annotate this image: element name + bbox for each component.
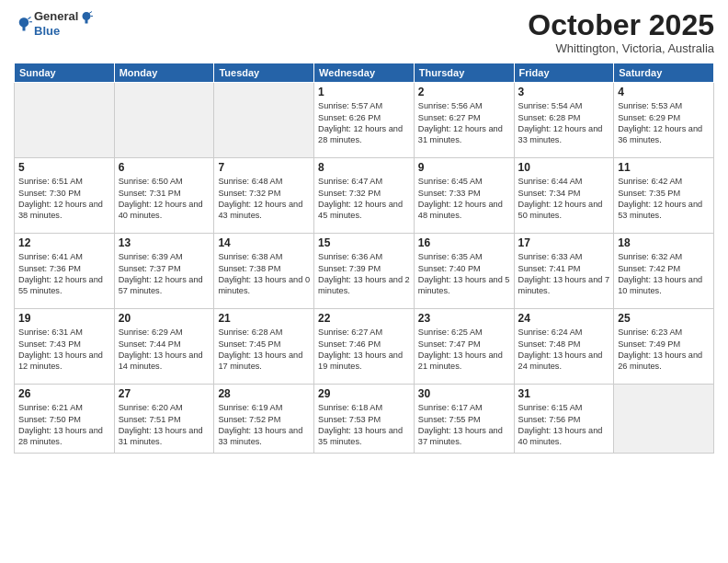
day-number: 30 <box>418 387 510 400</box>
day-number: 25 <box>618 312 710 325</box>
calendar-cell: 8Sunrise: 6:47 AM Sunset: 7:32 PM Daylig… <box>314 158 415 234</box>
calendar-cell: 17Sunrise: 6:33 AM Sunset: 7:41 PM Dayli… <box>514 234 614 309</box>
day-info: Sunrise: 6:31 AM Sunset: 7:43 PM Dayligh… <box>18 327 110 373</box>
day-number: 2 <box>418 86 510 98</box>
calendar-cell: 5Sunrise: 6:51 AM Sunset: 7:30 PM Daylig… <box>15 158 115 234</box>
day-number: 7 <box>218 161 310 174</box>
day-number: 19 <box>18 312 110 325</box>
day-info: Sunrise: 6:20 AM Sunset: 7:51 PM Dayligh… <box>119 402 210 448</box>
day-number: 8 <box>318 161 410 174</box>
day-info: Sunrise: 6:25 AM Sunset: 7:47 PM Dayligh… <box>418 327 510 373</box>
logo-icon <box>16 16 32 32</box>
calendar-cell: 11Sunrise: 6:42 AM Sunset: 7:35 PM Dayli… <box>614 158 714 234</box>
header: General Blue October 2025 Whittington, V… <box>14 9 714 55</box>
day-info: Sunrise: 6:45 AM Sunset: 7:33 PM Dayligh… <box>418 176 510 222</box>
calendar-cell: 29Sunrise: 6:18 AM Sunset: 7:53 PM Dayli… <box>314 385 415 454</box>
subtitle: Whittington, Victoria, Australia <box>528 41 714 55</box>
calendar-week-row: 26Sunrise: 6:21 AM Sunset: 7:50 PM Dayli… <box>15 385 714 454</box>
calendar-cell: 19Sunrise: 6:31 AM Sunset: 7:43 PM Dayli… <box>15 309 115 385</box>
day-number: 15 <box>318 236 410 249</box>
day-number: 10 <box>518 161 610 174</box>
day-number: 16 <box>418 236 510 249</box>
calendar-cell: 28Sunrise: 6:19 AM Sunset: 7:52 PM Dayli… <box>214 385 314 454</box>
month-title: October 2025 <box>528 9 714 41</box>
calendar-cell: 25Sunrise: 6:23 AM Sunset: 7:49 PM Dayli… <box>614 309 714 385</box>
day-number: 17 <box>518 236 610 249</box>
day-info: Sunrise: 6:27 AM Sunset: 7:46 PM Dayligh… <box>318 327 410 373</box>
day-info: Sunrise: 5:57 AM Sunset: 6:26 PM Dayligh… <box>318 100 410 146</box>
page: General Blue October 2025 Whittington, V… <box>0 0 728 563</box>
day-number: 9 <box>418 161 510 174</box>
calendar-header-saturday: Saturday <box>614 63 714 83</box>
day-number: 31 <box>518 387 610 400</box>
calendar-cell: 2Sunrise: 5:56 AM Sunset: 6:27 PM Daylig… <box>414 83 514 158</box>
day-info: Sunrise: 6:39 AM Sunset: 7:37 PM Dayligh… <box>119 251 210 297</box>
day-info: Sunrise: 6:36 AM Sunset: 7:39 PM Dayligh… <box>318 251 410 297</box>
calendar-cell <box>214 83 314 158</box>
day-info: Sunrise: 5:56 AM Sunset: 6:27 PM Dayligh… <box>418 100 510 146</box>
day-number: 28 <box>218 387 310 400</box>
day-info: Sunrise: 6:33 AM Sunset: 7:41 PM Dayligh… <box>518 251 610 297</box>
calendar-cell: 30Sunrise: 6:17 AM Sunset: 7:55 PM Dayli… <box>414 385 514 454</box>
calendar-cell: 27Sunrise: 6:20 AM Sunset: 7:51 PM Dayli… <box>114 385 214 454</box>
day-number: 27 <box>119 387 210 400</box>
calendar-cell: 6Sunrise: 6:50 AM Sunset: 7:31 PM Daylig… <box>114 158 214 234</box>
day-number: 5 <box>18 161 110 174</box>
day-info: Sunrise: 6:23 AM Sunset: 7:49 PM Dayligh… <box>618 327 710 373</box>
svg-line-1 <box>89 11 92 13</box>
calendar-cell <box>15 83 115 158</box>
calendar-week-row: 19Sunrise: 6:31 AM Sunset: 7:43 PM Dayli… <box>15 309 714 385</box>
day-info: Sunrise: 5:53 AM Sunset: 6:29 PM Dayligh… <box>618 100 710 146</box>
day-info: Sunrise: 6:48 AM Sunset: 7:32 PM Dayligh… <box>218 176 310 222</box>
calendar-cell <box>114 83 214 158</box>
logo: General Blue <box>14 9 93 38</box>
calendar-cell: 15Sunrise: 6:36 AM Sunset: 7:39 PM Dayli… <box>314 234 415 309</box>
calendar-header-monday: Monday <box>114 63 214 83</box>
calendar-cell: 14Sunrise: 6:38 AM Sunset: 7:38 PM Dayli… <box>214 234 314 309</box>
calendar-cell: 23Sunrise: 6:25 AM Sunset: 7:47 PM Dayli… <box>414 309 514 385</box>
calendar-cell: 20Sunrise: 6:29 AM Sunset: 7:44 PM Dayli… <box>114 309 214 385</box>
day-info: Sunrise: 6:38 AM Sunset: 7:38 PM Dayligh… <box>218 251 310 297</box>
calendar-cell: 26Sunrise: 6:21 AM Sunset: 7:50 PM Dayli… <box>15 385 115 454</box>
calendar-header-wednesday: Wednesday <box>314 63 415 83</box>
day-info: Sunrise: 6:50 AM Sunset: 7:31 PM Dayligh… <box>119 176 210 222</box>
day-number: 29 <box>318 387 410 400</box>
calendar-header-tuesday: Tuesday <box>214 63 314 83</box>
calendar-header-friday: Friday <box>514 63 614 83</box>
calendar-cell: 24Sunrise: 6:24 AM Sunset: 7:48 PM Dayli… <box>514 309 614 385</box>
day-number: 12 <box>18 236 110 249</box>
day-info: Sunrise: 6:28 AM Sunset: 7:45 PM Dayligh… <box>218 327 310 373</box>
day-number: 14 <box>218 236 310 249</box>
calendar-table: SundayMondayTuesdayWednesdayThursdayFrid… <box>14 63 714 454</box>
calendar-cell: 10Sunrise: 6:44 AM Sunset: 7:34 PM Dayli… <box>514 158 614 234</box>
calendar-cell: 21Sunrise: 6:28 AM Sunset: 7:45 PM Dayli… <box>214 309 314 385</box>
calendar-cell: 18Sunrise: 6:32 AM Sunset: 7:42 PM Dayli… <box>614 234 714 309</box>
calendar-cell: 3Sunrise: 5:54 AM Sunset: 6:28 PM Daylig… <box>514 83 614 158</box>
calendar-week-row: 5Sunrise: 6:51 AM Sunset: 7:30 PM Daylig… <box>15 158 714 234</box>
calendar-week-row: 1Sunrise: 5:57 AM Sunset: 6:26 PM Daylig… <box>15 83 714 158</box>
day-info: Sunrise: 6:51 AM Sunset: 7:30 PM Dayligh… <box>18 176 110 222</box>
calendar-cell: 1Sunrise: 5:57 AM Sunset: 6:26 PM Daylig… <box>314 83 415 158</box>
day-number: 22 <box>318 312 410 325</box>
day-info: Sunrise: 6:17 AM Sunset: 7:55 PM Dayligh… <box>418 402 510 448</box>
day-number: 21 <box>218 312 310 325</box>
calendar-header-sunday: Sunday <box>15 63 115 83</box>
day-info: Sunrise: 6:21 AM Sunset: 7:50 PM Dayligh… <box>18 402 110 448</box>
day-number: 1 <box>318 86 410 98</box>
day-number: 18 <box>618 236 710 249</box>
day-number: 4 <box>618 86 710 98</box>
day-number: 24 <box>518 312 610 325</box>
day-info: Sunrise: 6:44 AM Sunset: 7:34 PM Dayligh… <box>518 176 610 222</box>
calendar-cell: 13Sunrise: 6:39 AM Sunset: 7:37 PM Dayli… <box>114 234 214 309</box>
calendar-cell: 9Sunrise: 6:45 AM Sunset: 7:33 PM Daylig… <box>414 158 514 234</box>
day-info: Sunrise: 6:47 AM Sunset: 7:32 PM Dayligh… <box>318 176 410 222</box>
day-number: 13 <box>119 236 210 249</box>
day-info: Sunrise: 6:42 AM Sunset: 7:35 PM Dayligh… <box>618 176 710 222</box>
calendar-cell: 7Sunrise: 6:48 AM Sunset: 7:32 PM Daylig… <box>214 158 314 234</box>
calendar-cell: 12Sunrise: 6:41 AM Sunset: 7:36 PM Dayli… <box>15 234 115 309</box>
day-info: Sunrise: 6:35 AM Sunset: 7:40 PM Dayligh… <box>418 251 510 297</box>
calendar-cell: 16Sunrise: 6:35 AM Sunset: 7:40 PM Dayli… <box>414 234 514 309</box>
logo-text-blue: Blue <box>34 24 93 39</box>
day-info: Sunrise: 6:29 AM Sunset: 7:44 PM Dayligh… <box>119 327 210 373</box>
calendar-cell <box>614 385 714 454</box>
